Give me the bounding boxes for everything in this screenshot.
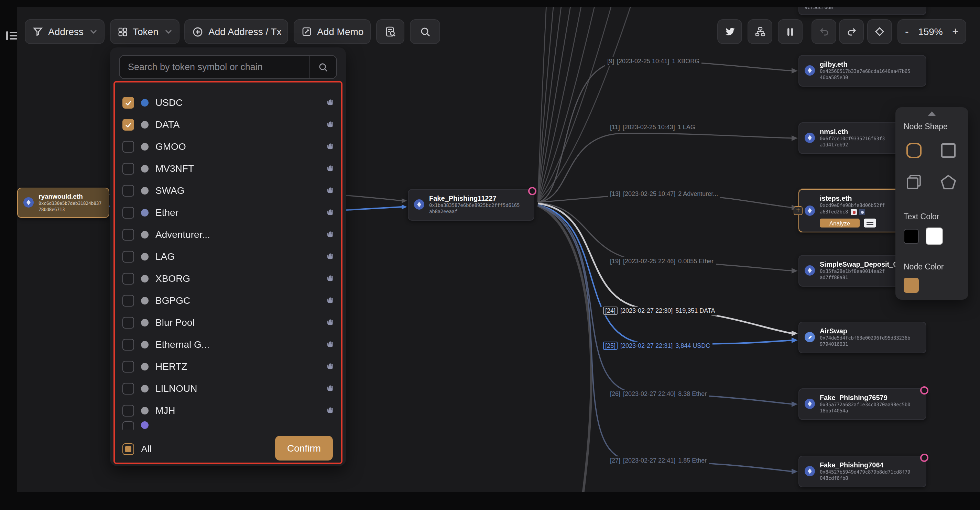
token-row-mv3nft[interactable]: MV3NFT [123, 157, 335, 180]
expand-plus-handle[interactable]: + [794, 206, 803, 215]
node-fake-phishing-7064[interactable]: Fake_Phishing7064 0x84527b5949d479c879b8… [799, 456, 926, 487]
add-address-tx-label: Add Address / Tx [208, 26, 282, 37]
search-button[interactable] [410, 19, 440, 44]
fit-view-button[interactable] [867, 19, 892, 44]
token-search-box[interactable] [119, 55, 337, 79]
checkbox-unchecked[interactable] [123, 338, 134, 350]
zoom-in-button[interactable]: + [952, 25, 959, 38]
undo-button[interactable] [811, 19, 836, 44]
checkbox-unchecked[interactable] [123, 294, 134, 306]
node-gilby[interactable]: gilby.eth 0x42560517b33a7e68cda1640aa47b… [799, 55, 926, 87]
chevron-down-icon [165, 30, 172, 34]
sidebar-toggle-icon[interactable] [5, 30, 18, 44]
checkbox-indeterminate[interactable] [123, 443, 134, 455]
zoom-control[interactable]: - 159% + [897, 19, 966, 44]
address-book-search-button[interactable] [376, 19, 404, 44]
zoom-out-button[interactable]: - [905, 25, 909, 38]
edge-label-13[interactable]: [13][2023-02-25 10:47]2 Adventurer... [608, 190, 720, 199]
token-search-input[interactable] [120, 62, 309, 72]
token-label: USDC [156, 97, 183, 108]
hand-icon [326, 274, 335, 283]
token-filter-panel: USDC DATA GMOO MV3NFT SWAG [110, 48, 346, 466]
node-title: nmsl.eth [820, 127, 885, 136]
token-row-data[interactable]: DATA [123, 113, 335, 135]
alert-dot-icon [920, 386, 928, 394]
shape-square[interactable] [937, 139, 960, 162]
edge-label-19[interactable]: [19][2023-02-25 22:46]0.0055 Ether [608, 257, 716, 266]
token-dot [141, 341, 148, 348]
token-row-mjh[interactable]: MJH [123, 399, 335, 421]
token-row-blur-pool[interactable]: Blur Pool [123, 311, 335, 334]
shape-pentagon[interactable] [937, 170, 960, 194]
confirm-button[interactable]: Confirm [275, 436, 333, 461]
token-row-bgpgc[interactable]: BGPGC [123, 289, 335, 311]
token-filter-button[interactable]: Token [110, 19, 180, 44]
add-address-tx-button[interactable]: Add Address / Tx [184, 19, 288, 44]
checkbox-unchecked[interactable] [123, 361, 134, 372]
edge-label-26[interactable]: [26][2023-02-27 22:40]8.38 Ether [608, 390, 709, 399]
node-fake-phishing-11227[interactable]: Fake_Phishing11227 0x1ba383587e6b6e8925b… [408, 189, 535, 221]
checkbox-unchecked[interactable] [123, 273, 134, 284]
edge-label-9[interactable]: [9][2023-02-25 10:41]1 XBORG [605, 57, 702, 66]
checkbox-checked[interactable] [123, 97, 134, 108]
text-color-black-swatch[interactable] [904, 229, 919, 244]
token-row-ether[interactable]: Ether [123, 202, 335, 223]
chevron-down-icon [91, 30, 97, 34]
shape-rounded-square-selected[interactable] [902, 139, 926, 162]
token-row-swag[interactable]: SWAG [123, 180, 335, 202]
token-row-ethernal[interactable]: Ethernal G... [123, 334, 335, 355]
token-row-gmoo[interactable]: GMOO [123, 135, 335, 157]
checkbox-unchecked[interactable] [123, 141, 134, 152]
node-address: 0x84527b5949d479c879b8dd71cd8f79048cdf6f… [820, 469, 910, 483]
node-airswap[interactable]: AirSwap 0x74de5d4fcbf63e00296fd95d33236b… [799, 322, 926, 353]
token-row-usdc[interactable]: USDC [123, 91, 335, 113]
token-dot [141, 143, 148, 150]
checkbox-unchecked[interactable] [123, 316, 134, 328]
node-fake-phishing-76579[interactable]: Fake_Phishing76579 0x35a772a682af1e34c03… [799, 388, 926, 420]
address-filter-button[interactable]: Address [25, 19, 105, 44]
bird-share-button[interactable] [717, 19, 742, 44]
auto-layout-button[interactable] [748, 19, 772, 44]
checkbox-unchecked[interactable] [123, 405, 134, 416]
node-style-panel: Node Shape Text Color Node Color [896, 107, 968, 300]
report-button[interactable] [864, 219, 876, 228]
token-row-lag[interactable]: LAG [123, 245, 335, 267]
node-color-swatch[interactable] [904, 278, 919, 293]
analyze-button[interactable]: Analyze [820, 219, 860, 228]
checkbox-unchecked[interactable] [123, 229, 134, 240]
checkbox-unchecked[interactable] [123, 162, 134, 174]
node-address: 0x6f7ce10cf9335216f63f3a1d417db92 [820, 136, 885, 149]
token-row-adventurer[interactable]: Adventurer... [123, 223, 335, 245]
search-icon[interactable] [309, 56, 336, 78]
collapse-triangle-icon[interactable] [928, 111, 936, 116]
edge-index: [26] [610, 391, 620, 397]
redo-button[interactable] [839, 19, 864, 44]
checkbox-unchecked[interactable] [123, 251, 134, 262]
checkbox-unchecked[interactable] [123, 207, 134, 218]
edge-date: [2023-02-27 22:30] [620, 307, 673, 314]
token-row-lilnoun[interactable]: LILNOUN [123, 377, 335, 399]
edge-amount: 8.38 Ether [678, 391, 706, 397]
columns-view-button[interactable] [778, 19, 803, 44]
node-address: 0x74de5d4fcbf63e00296fd95d33236b97940166… [820, 335, 910, 348]
token-dot [141, 297, 148, 304]
edge-amount: 1 LAG [678, 124, 695, 130]
edge-label-27[interactable]: [27][2023-02-27 22:41]1.85 Ether [608, 456, 709, 466]
edge-date: [2023-02-27 22:31] [620, 342, 673, 349]
edge-label-25[interactable]: [25][2023-02-27 22:31]3,844 USDC [601, 342, 712, 351]
node-ryanwould[interactable]: ryanwould.eth 0xc6d330e5b7deb31824b83778… [17, 187, 109, 218]
hand-icon [326, 186, 335, 195]
edge-label-24[interactable]: [24][2023-02-27 22:30]519,351 DATA [601, 307, 717, 316]
add-memo-button[interactable]: Add Memo [294, 19, 371, 44]
alert-dot-icon [528, 187, 536, 195]
edge-label-11[interactable]: [11][2023-02-25 10:43]1 LAG [608, 123, 697, 132]
text-color-white-swatch[interactable] [926, 227, 943, 245]
checkbox-checked[interactable] [123, 119, 134, 130]
token-row-hertz[interactable]: HERTZ [123, 355, 335, 377]
checkbox-unchecked[interactable] [123, 383, 134, 394]
token-dot [141, 384, 148, 392]
token-row-xborg[interactable]: XBORG [123, 267, 335, 289]
shape-stacked-squares[interactable] [902, 170, 926, 194]
checkbox-unchecked[interactable] [123, 184, 134, 196]
eth-icon [805, 399, 815, 409]
